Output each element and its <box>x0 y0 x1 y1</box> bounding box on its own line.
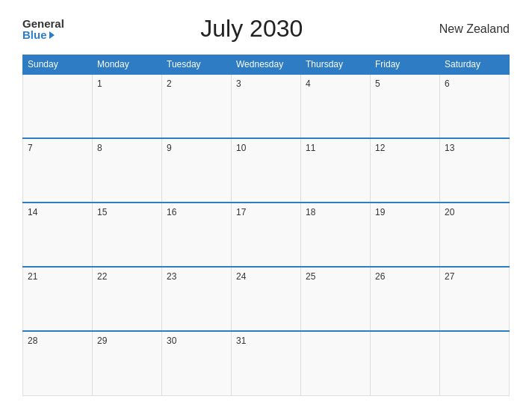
calendar-day-cell: 24 <box>232 267 301 331</box>
calendar-day-cell: 15 <box>93 203 162 267</box>
calendar-day-cell: 26 <box>371 267 440 331</box>
calendar-table: SundayMondayTuesdayWednesdayThursdayFrid… <box>22 55 510 396</box>
calendar-day-cell: 10 <box>232 138 301 203</box>
calendar-day-cell: 20 <box>440 203 510 267</box>
calendar-day-cell: 1 <box>93 74 162 138</box>
calendar-day-cell: 28 <box>23 331 93 395</box>
calendar-day-cell: 18 <box>301 203 371 267</box>
calendar-weekday-header: Monday <box>93 55 162 75</box>
calendar-day-cell: 3 <box>232 74 301 138</box>
calendar-day-cell <box>23 74 93 138</box>
calendar-weekday-header: Saturday <box>440 55 510 75</box>
logo-general-text: General <box>22 18 64 29</box>
calendar-day-cell: 19 <box>371 203 440 267</box>
calendar-day-cell: 4 <box>301 74 371 138</box>
calendar-day-cell: 8 <box>93 138 162 203</box>
calendar-day-cell: 11 <box>301 138 371 203</box>
calendar-week-row: 21222324252627 <box>23 267 510 331</box>
calendar-day-cell: 27 <box>440 267 510 331</box>
calendar-week-row: 28293031 <box>23 331 510 395</box>
country-label: New Zealand <box>439 22 510 36</box>
calendar-day-cell <box>301 331 371 395</box>
calendar-weekday-header: Sunday <box>23 55 93 75</box>
calendar-day-cell: 17 <box>232 203 301 267</box>
calendar-day-cell <box>371 331 440 395</box>
calendar-week-row: 14151617181920 <box>23 203 510 267</box>
calendar-weekday-header: Wednesday <box>232 55 301 75</box>
calendar-day-cell: 22 <box>93 267 162 331</box>
calendar-week-row: 78910111213 <box>23 138 510 203</box>
calendar-day-cell: 21 <box>23 267 93 331</box>
calendar-day-cell: 12 <box>371 138 440 203</box>
calendar-weekday-header: Thursday <box>301 55 371 75</box>
calendar-day-cell: 25 <box>301 267 371 331</box>
calendar-week-row: 123456 <box>23 74 510 138</box>
calendar-header-row: SundayMondayTuesdayWednesdayThursdayFrid… <box>23 55 510 75</box>
calendar-day-cell: 6 <box>440 74 510 138</box>
calendar-weekday-header: Tuesday <box>162 55 232 75</box>
calendar-day-cell: 16 <box>162 203 232 267</box>
calendar-body: 1234567891011121314151617181920212223242… <box>23 74 510 396</box>
calendar-day-cell: 2 <box>162 74 232 138</box>
logo-blue-text: Blue <box>22 29 55 40</box>
calendar-day-cell: 29 <box>93 331 162 395</box>
calendar-day-cell: 13 <box>440 138 510 203</box>
logo: General Blue <box>22 18 64 40</box>
month-title: July 2030 <box>200 15 303 43</box>
logo-triangle-icon <box>49 31 55 39</box>
calendar-day-cell: 31 <box>232 331 301 395</box>
calendar-weekday-header: Friday <box>371 55 440 75</box>
calendar-day-cell: 14 <box>23 203 93 267</box>
page-header: General Blue July 2030 New Zealand <box>22 15 510 43</box>
calendar-day-cell: 30 <box>162 331 232 395</box>
calendar-day-cell: 5 <box>371 74 440 138</box>
calendar-day-cell <box>440 331 510 395</box>
calendar-day-cell: 23 <box>162 267 232 331</box>
calendar-day-cell: 7 <box>23 138 93 203</box>
calendar-day-cell: 9 <box>162 138 232 203</box>
